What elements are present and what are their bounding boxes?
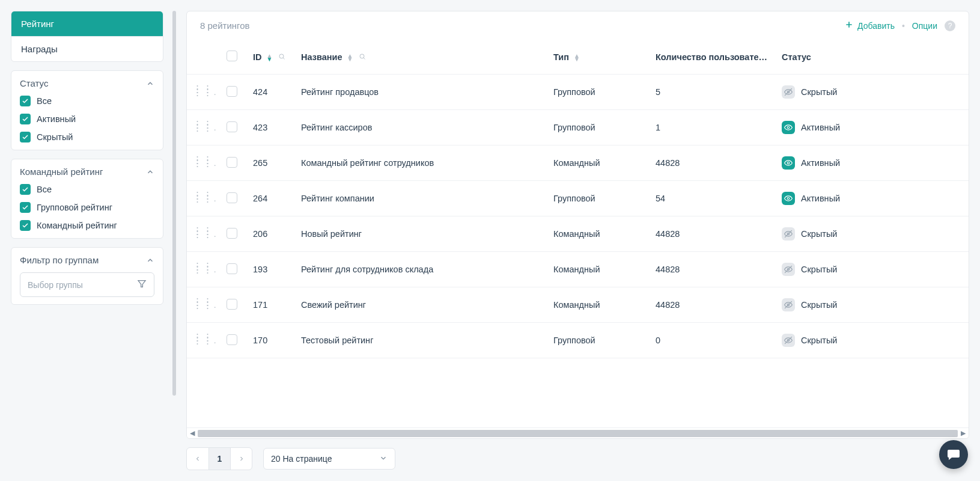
- checkbox-label: Все: [37, 96, 52, 106]
- table-row[interactable]: ⋮⋮⋮⋮ 171 Свежий рейтинг Командный 44828 …: [187, 287, 969, 323]
- checkbox-team-all[interactable]: Все: [20, 184, 154, 195]
- status-label: Скрытый: [801, 265, 837, 274]
- cell-name: Новый рейтинг: [295, 216, 547, 252]
- table-row[interactable]: ⋮⋮⋮⋮ 264 Рейтинг компании Групповой 54 А…: [187, 181, 969, 216]
- status-label: Скрытый: [801, 229, 837, 239]
- drag-handle-icon[interactable]: ⋮⋮⋮⋮: [193, 159, 213, 165]
- check-icon: [20, 96, 31, 106]
- eye-off-icon: [782, 263, 795, 276]
- status-label: Активный: [801, 123, 840, 132]
- checkbox-status-hidden[interactable]: Скрытый: [20, 132, 154, 142]
- drag-handle-icon[interactable]: ⋮⋮⋮⋮: [193, 230, 213, 236]
- chevron-up-icon: [146, 256, 154, 265]
- checkbox-team-group[interactable]: Групповой рейтинг: [20, 202, 154, 213]
- pager-next[interactable]: [230, 448, 252, 470]
- pager-page-1[interactable]: 1: [208, 448, 230, 470]
- check-icon: [20, 132, 31, 142]
- eye-icon: [782, 121, 795, 134]
- cell-name: Рейтинг компании: [295, 181, 547, 216]
- help-icon[interactable]: ?: [945, 20, 955, 31]
- horizontal-scrollbar[interactable]: ◀ ▶: [187, 427, 969, 438]
- plus-icon: [844, 20, 854, 31]
- cell-users: 5: [650, 75, 776, 110]
- table-row[interactable]: ⋮⋮⋮⋮ 193 Рейтинг для сотрудников склада …: [187, 252, 969, 287]
- sidebar-scrollbar[interactable]: [171, 11, 179, 470]
- drag-handle-icon[interactable]: ⋮⋮⋮⋮: [193, 123, 213, 129]
- nav-item-awards[interactable]: Награды: [11, 36, 163, 61]
- cell-id: 265: [247, 146, 295, 181]
- chevron-down-icon: [379, 454, 388, 464]
- row-checkbox[interactable]: [227, 334, 237, 345]
- scroll-thumb[interactable]: [198, 430, 958, 437]
- cell-users: 54: [650, 181, 776, 216]
- column-status[interactable]: Статус: [776, 40, 969, 75]
- table-row[interactable]: ⋮⋮⋮⋮ 423 Рейтинг кассиров Групповой 1 Ак…: [187, 110, 969, 146]
- row-checkbox[interactable]: [227, 263, 237, 274]
- select-all-checkbox[interactable]: [227, 51, 237, 61]
- checkbox-status-all[interactable]: Все: [20, 96, 154, 106]
- cell-status: Скрытый: [776, 252, 969, 287]
- check-icon: [20, 114, 31, 124]
- row-checkbox[interactable]: [227, 299, 237, 310]
- row-checkbox[interactable]: [227, 228, 237, 239]
- chat-fab[interactable]: [939, 440, 968, 469]
- sort-icon: ▲▼: [267, 54, 273, 61]
- scroll-left-icon[interactable]: ◀: [187, 429, 198, 437]
- filter-status-options: Все Активный Скрытый: [20, 96, 154, 142]
- scroll-right-icon[interactable]: ▶: [958, 429, 969, 437]
- drag-handle-icon[interactable]: ⋮⋮⋮⋮: [193, 301, 213, 307]
- row-checkbox[interactable]: [227, 86, 237, 97]
- drag-handle-icon[interactable]: ⋮⋮⋮⋮: [193, 88, 213, 94]
- checkbox-label: Все: [37, 185, 52, 194]
- filter-team-header[interactable]: Командный рейтинг: [20, 167, 154, 177]
- column-users[interactable]: Количество пользовате…: [650, 40, 776, 75]
- row-checkbox[interactable]: [227, 121, 237, 132]
- cell-name: Рейтинг для сотрудников склада: [295, 252, 547, 287]
- search-icon[interactable]: [359, 52, 366, 62]
- row-checkbox[interactable]: [227, 157, 237, 168]
- check-icon: [20, 184, 31, 195]
- scrollbar-thumb[interactable]: [172, 11, 176, 396]
- filter-groups-title: Фильтр по группам: [20, 255, 99, 265]
- cell-name: Тестовый рейтинг: [295, 323, 547, 358]
- eye-off-icon: [782, 298, 795, 311]
- add-button[interactable]: Добавить: [844, 20, 895, 31]
- group-select[interactable]: Выбор группы: [20, 272, 154, 297]
- footer: 1 20 На странице: [186, 447, 969, 470]
- status-label: Скрытый: [801, 300, 837, 310]
- cell-status: Скрытый: [776, 75, 969, 110]
- table-row[interactable]: ⋮⋮⋮⋮ 170 Тестовый рейтинг Групповой 0 Ск…: [187, 323, 969, 358]
- drag-handle-icon[interactable]: ⋮⋮⋮⋮: [193, 194, 213, 200]
- drag-handle-icon[interactable]: ⋮⋮⋮⋮: [193, 265, 213, 271]
- scroll-track[interactable]: [198, 430, 958, 437]
- row-checkbox[interactable]: [227, 192, 237, 203]
- sidebar: Рейтинг Награды Статус Все Активный: [0, 0, 163, 481]
- nav-item-rating[interactable]: Рейтинг: [11, 11, 163, 36]
- column-name[interactable]: Название ▲▼: [295, 40, 547, 75]
- ratings-table: ID ▲▼ Название ▲▼ Тип ▲▼: [187, 40, 969, 358]
- drag-handle-icon[interactable]: ⋮⋮⋮⋮: [193, 336, 213, 342]
- options-button[interactable]: Опции: [912, 21, 937, 31]
- status-label: Скрытый: [801, 335, 837, 345]
- svg-line-4: [284, 58, 285, 59]
- svg-point-9: [787, 126, 790, 129]
- column-type[interactable]: Тип ▲▼: [547, 40, 650, 75]
- svg-line-6: [364, 58, 365, 59]
- column-id[interactable]: ID ▲▼: [247, 40, 295, 75]
- checkbox-team-command[interactable]: Командный рейтинг: [20, 220, 154, 231]
- checkbox-status-active[interactable]: Активный: [20, 114, 154, 124]
- table-row[interactable]: ⋮⋮⋮⋮ 206 Новый рейтинг Командный 44828 С…: [187, 216, 969, 252]
- search-icon[interactable]: [278, 52, 285, 62]
- cell-status: Активный: [776, 181, 969, 216]
- filter-groups-header[interactable]: Фильтр по группам: [20, 255, 154, 265]
- table-row[interactable]: ⋮⋮⋮⋮ 265 Командный рейтинг сотрудников К…: [187, 146, 969, 181]
- table-card: 8 рейтингов Добавить • Опции ?: [186, 11, 969, 439]
- per-page-select[interactable]: 20 На странице: [263, 448, 395, 470]
- status-label: Активный: [801, 158, 840, 168]
- filter-team-options: Все Групповой рейтинг Командный рейтинг: [20, 184, 154, 231]
- cell-id: 193: [247, 252, 295, 287]
- chevron-up-icon: [146, 79, 154, 88]
- pager-prev[interactable]: [187, 448, 208, 470]
- table-row[interactable]: ⋮⋮⋮⋮ 424 Рейтинг продавцов Групповой 5 С…: [187, 75, 969, 110]
- filter-status-header[interactable]: Статус: [20, 78, 154, 88]
